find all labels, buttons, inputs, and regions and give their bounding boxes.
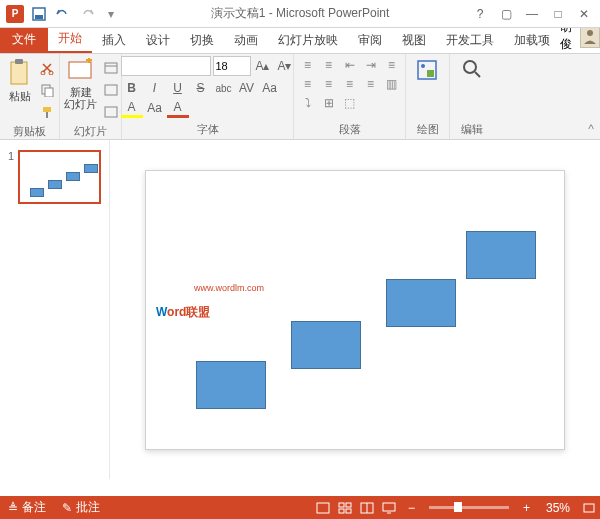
undo-button[interactable] bbox=[52, 3, 74, 25]
justify-button[interactable]: ≡ bbox=[361, 75, 381, 93]
columns-button[interactable]: ▥ bbox=[382, 75, 402, 93]
tab-file[interactable]: 文件 bbox=[0, 26, 48, 53]
numbering-button[interactable]: ≡ bbox=[319, 56, 339, 74]
zoom-level[interactable]: 35% bbox=[538, 501, 578, 515]
slide-thumbnail-1[interactable] bbox=[18, 150, 101, 204]
fit-button[interactable] bbox=[578, 498, 600, 518]
grow-font-button[interactable]: A▴ bbox=[253, 56, 273, 76]
reset-button[interactable] bbox=[101, 80, 121, 100]
sorter-view-button[interactable] bbox=[334, 498, 356, 518]
group-drawing: 绘图 bbox=[412, 120, 443, 139]
font-family-combo[interactable] bbox=[121, 56, 211, 76]
slideshow-view-button[interactable] bbox=[378, 498, 400, 518]
italic-button[interactable]: I bbox=[144, 78, 166, 98]
minimize-button[interactable]: — bbox=[520, 4, 544, 24]
text-direction-button[interactable]: ⤵ bbox=[298, 94, 318, 112]
tab-transitions[interactable]: 切换 bbox=[180, 28, 224, 53]
svg-rect-16 bbox=[105, 85, 117, 95]
normal-view-button[interactable] bbox=[312, 498, 334, 518]
ribbon: 粘贴 剪贴板 新建 幻灯片 幻灯片 bbox=[0, 54, 600, 140]
align-left-button[interactable]: ≡ bbox=[298, 75, 318, 93]
notes-button[interactable]: ≜备注 bbox=[0, 499, 54, 516]
group-editing: 编辑 bbox=[456, 120, 488, 139]
tab-view[interactable]: 视图 bbox=[392, 28, 436, 53]
tab-addins[interactable]: 加载项 bbox=[504, 28, 560, 53]
align-center-button[interactable]: ≡ bbox=[319, 75, 339, 93]
svg-rect-3 bbox=[11, 62, 27, 84]
layout-button[interactable] bbox=[101, 58, 121, 78]
qat-more[interactable]: ▾ bbox=[100, 3, 122, 25]
new-slide-button[interactable]: 新建 幻灯片 bbox=[60, 56, 101, 122]
svg-point-2 bbox=[587, 30, 593, 36]
status-bar: ≜备注 ✎批注 − + 35% bbox=[0, 496, 600, 519]
shape-rect-3[interactable] bbox=[386, 279, 456, 327]
tab-review[interactable]: 审阅 bbox=[348, 28, 392, 53]
highlight-button[interactable]: A bbox=[121, 98, 143, 118]
maximize-button[interactable]: □ bbox=[546, 4, 570, 24]
thumb-number: 1 bbox=[8, 150, 14, 204]
paste-button[interactable]: 粘贴 bbox=[3, 56, 37, 122]
line-spacing-button[interactable]: ≡ bbox=[382, 56, 402, 74]
zoom-out-button[interactable]: − bbox=[400, 501, 423, 515]
align-text-button[interactable]: ⊞ bbox=[319, 94, 339, 112]
group-clipboard: 剪贴板 bbox=[6, 122, 53, 141]
tab-animations[interactable]: 动画 bbox=[224, 28, 268, 53]
svg-rect-17 bbox=[105, 107, 117, 117]
strike-button[interactable]: S bbox=[190, 78, 212, 98]
close-button[interactable]: ✕ bbox=[572, 4, 596, 24]
svg-point-21 bbox=[464, 61, 476, 73]
svg-rect-30 bbox=[383, 503, 395, 511]
shadow-button[interactable]: abc bbox=[213, 78, 235, 98]
redo-button[interactable] bbox=[76, 3, 98, 25]
help-button[interactable]: ? bbox=[468, 4, 492, 24]
svg-rect-4 bbox=[15, 59, 23, 64]
shrink-font-button[interactable]: A▾ bbox=[275, 56, 295, 76]
shape-rect-2[interactable] bbox=[291, 321, 361, 369]
svg-rect-20 bbox=[427, 70, 434, 77]
copy-button[interactable] bbox=[37, 80, 57, 100]
reading-view-button[interactable] bbox=[356, 498, 378, 518]
tab-home[interactable]: 开始 bbox=[48, 26, 92, 53]
tab-developer[interactable]: 开发工具 bbox=[436, 28, 504, 53]
svg-line-22 bbox=[475, 72, 480, 77]
tab-insert[interactable]: 插入 bbox=[92, 28, 136, 53]
zoom-slider[interactable] bbox=[429, 506, 509, 509]
cut-button[interactable] bbox=[37, 58, 57, 78]
comments-button[interactable]: ✎批注 bbox=[54, 499, 108, 516]
save-button[interactable] bbox=[28, 3, 50, 25]
ribbon-options[interactable]: ▢ bbox=[494, 4, 518, 24]
smartart-button[interactable]: ⬚ bbox=[340, 94, 360, 112]
font-color-button[interactable]: A bbox=[167, 98, 189, 118]
svg-rect-9 bbox=[43, 107, 51, 112]
format-painter-button[interactable] bbox=[37, 102, 57, 122]
spacing-button[interactable]: AV bbox=[236, 78, 258, 98]
tab-slideshow[interactable]: 幻灯片放映 bbox=[268, 28, 348, 53]
drawing-button[interactable] bbox=[411, 56, 445, 86]
clear-format-button[interactable]: Aa bbox=[259, 78, 281, 98]
collapse-ribbon-button[interactable]: ^ bbox=[588, 122, 594, 136]
indent-inc-button[interactable]: ⇥ bbox=[361, 56, 381, 74]
align-right-button[interactable]: ≡ bbox=[340, 75, 360, 93]
svg-rect-11 bbox=[69, 62, 91, 78]
shape-rect-4[interactable] bbox=[466, 231, 536, 279]
section-button[interactable] bbox=[101, 102, 121, 122]
tab-design[interactable]: 设计 bbox=[136, 28, 180, 53]
underline-button[interactable]: U bbox=[167, 78, 189, 98]
ribbon-tabs: 文件 开始 插入 设计 切换 动画 幻灯片放映 审阅 视图 开发工具 加载项 胡… bbox=[0, 28, 600, 54]
font-size-combo[interactable] bbox=[213, 56, 251, 76]
bullets-button[interactable]: ≡ bbox=[298, 56, 318, 74]
zoom-in-button[interactable]: + bbox=[515, 501, 538, 515]
svg-rect-26 bbox=[339, 509, 344, 513]
svg-rect-32 bbox=[584, 504, 594, 512]
indent-dec-button[interactable]: ⇤ bbox=[340, 56, 360, 74]
slide[interactable]: www.wordlm.com Word联盟 bbox=[145, 170, 565, 450]
change-case-button[interactable]: Aa bbox=[144, 98, 166, 118]
group-slides: 幻灯片 bbox=[66, 122, 115, 141]
shape-rect-1[interactable] bbox=[196, 361, 266, 409]
editing-button[interactable] bbox=[457, 56, 487, 82]
bold-button[interactable]: B bbox=[121, 78, 143, 98]
watermark-url: www.wordlm.com bbox=[194, 283, 264, 293]
svg-rect-27 bbox=[346, 509, 351, 513]
slide-canvas[interactable]: www.wordlm.com Word联盟 bbox=[110, 140, 600, 479]
group-font: 字体 bbox=[128, 120, 287, 139]
